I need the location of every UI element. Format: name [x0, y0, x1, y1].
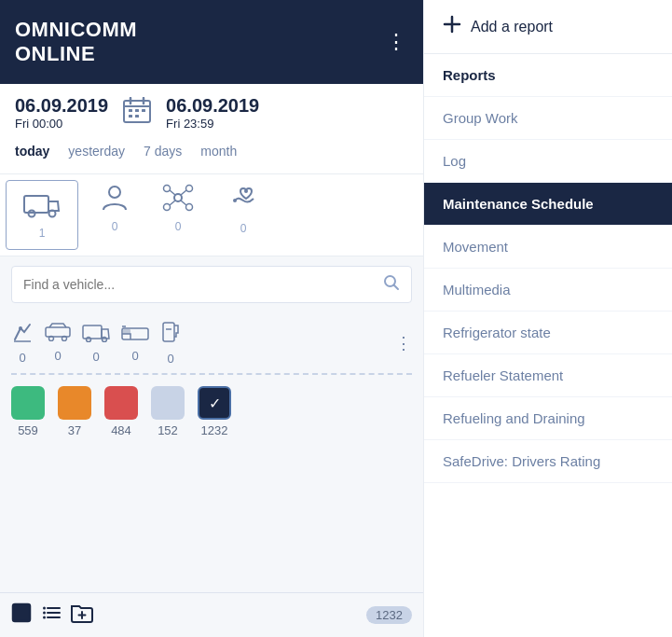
stat-maintenance: 0 — [11, 321, 34, 365]
menu-item-log[interactable]: Log — [424, 140, 672, 183]
tab-network[interactable]: 0 — [145, 174, 211, 256]
svg-point-44 — [43, 612, 46, 615]
menu-item-movement[interactable]: Movement — [424, 226, 672, 269]
period-today[interactable]: today — [15, 144, 49, 159]
svg-point-16 — [164, 204, 171, 211]
add-folder-button[interactable] — [71, 602, 93, 628]
svg-line-18 — [170, 190, 175, 195]
reports-menu-list: Reports Group Work Log Maintenance Sched… — [424, 54, 672, 637]
car-icon — [45, 323, 71, 347]
period-row: today yesterday 7 days month — [15, 138, 408, 168]
header: OMNICOMM ONLINE ⋮ — [0, 0, 423, 84]
menu-item-refrigerator[interactable]: Refrigerator state — [424, 312, 672, 354]
badge-orange-circle — [58, 386, 91, 420]
stat-maintenance-count: 0 — [19, 351, 25, 365]
stat-fuel: 0 — [160, 320, 181, 366]
svg-point-29 — [49, 337, 54, 341]
location-icon — [227, 184, 259, 220]
menu-item-multimedia[interactable]: Multimedia — [424, 269, 672, 312]
rest-icon — [121, 323, 149, 347]
svg-point-30 — [62, 337, 67, 341]
tab-location[interactable]: 0 — [211, 174, 276, 256]
square-view-button[interactable] — [11, 602, 32, 628]
stat-truck-icon — [82, 322, 110, 348]
tab-network-count: 0 — [175, 220, 182, 233]
tab-location-count: 0 — [240, 222, 247, 235]
dashed-divider — [11, 373, 412, 375]
period-month[interactable]: month — [200, 144, 237, 159]
badge-navy-count: 1232 — [201, 423, 228, 437]
svg-rect-39 — [13, 604, 30, 621]
menu-dots-button[interactable]: ⋮ — [386, 30, 408, 54]
menu-item-maintenance[interactable]: Maintenance Schedule — [424, 183, 672, 226]
left-panel: OMNICOMM ONLINE ⋮ 06.09.2019 Fri 00:00 — [0, 0, 423, 637]
badge-navy[interactable]: 1232 — [198, 386, 231, 437]
search-section — [0, 256, 423, 312]
svg-point-13 — [174, 194, 182, 201]
svg-rect-7 — [129, 115, 132, 118]
badge-gray[interactable]: 152 — [151, 386, 185, 437]
search-icon — [383, 274, 400, 295]
menu-item-refueling[interactable]: Refueling and Draining — [424, 397, 672, 440]
svg-point-17 — [186, 204, 193, 211]
svg-point-45 — [43, 616, 46, 619]
logo: OMNICOMM ONLINE — [15, 18, 137, 67]
vehicle-tabs: 1 0 — [0, 173, 423, 256]
stat-rest-count: 0 — [131, 349, 138, 363]
svg-rect-9 — [24, 196, 48, 213]
period-7days[interactable]: 7 days — [144, 144, 182, 159]
add-report-button[interactable]: Add a report — [424, 0, 672, 54]
list-view-button[interactable] — [41, 602, 62, 628]
badge-gray-count: 152 — [158, 423, 178, 437]
badge-green-circle — [11, 386, 45, 420]
badge-red-circle — [104, 386, 138, 420]
badge-navy-circle — [198, 386, 231, 420]
svg-point-15 — [186, 186, 193, 192]
svg-line-21 — [181, 201, 186, 205]
menu-item-reports[interactable]: Reports — [424, 54, 672, 97]
day-start: Fri 00:00 — [15, 117, 108, 131]
svg-point-32 — [87, 338, 91, 342]
svg-rect-8 — [135, 115, 139, 118]
tab-trucks-count: 1 — [39, 227, 46, 240]
badge-green-count: 559 — [18, 423, 38, 437]
person-icon — [101, 184, 129, 218]
badge-gray-circle — [151, 386, 185, 420]
tab-trucks[interactable]: 1 — [6, 180, 78, 250]
search-input[interactable] — [23, 277, 383, 292]
bottom-toolbar: 1232 — [0, 592, 423, 637]
day-end: Fri 23:59 — [166, 117, 259, 131]
svg-point-14 — [164, 186, 171, 192]
tab-people[interactable]: 0 — [84, 174, 145, 256]
network-icon — [162, 184, 194, 218]
svg-line-20 — [170, 201, 175, 205]
svg-point-26 — [19, 326, 22, 330]
svg-point-12 — [109, 187, 120, 198]
period-yesterday[interactable]: yesterday — [68, 144, 125, 159]
add-report-label: Add a report — [471, 19, 553, 35]
stat-car-count: 0 — [54, 349, 61, 363]
date-start: 06.09.2019 — [15, 95, 108, 117]
stat-rest: 0 — [121, 323, 149, 363]
more-options-button[interactable]: ⋮ — [395, 333, 412, 353]
badge-green[interactable]: 559 — [11, 386, 45, 437]
menu-item-safedrive[interactable]: SafeDrive: Drivers Rating — [424, 440, 672, 483]
menu-item-group-work[interactable]: Group Work — [424, 97, 672, 140]
badge-red-count: 484 — [111, 423, 131, 437]
truck-icon — [23, 190, 61, 225]
stat-truck-count: 0 — [92, 350, 99, 364]
svg-point-22 — [244, 189, 248, 193]
calendar-icon[interactable] — [123, 97, 151, 129]
badge-red[interactable]: 484 — [104, 386, 138, 437]
date-end: 06.09.2019 — [166, 95, 259, 117]
right-panel: Add a report Reports Group Work Log Main… — [423, 0, 672, 637]
svg-line-19 — [181, 190, 186, 195]
svg-point-43 — [43, 607, 46, 610]
badges-row: 559 37 484 152 1232 — [0, 379, 423, 445]
svg-rect-37 — [163, 323, 174, 341]
menu-item-refueler[interactable]: Refueler Statement — [424, 354, 672, 397]
tab-people-count: 0 — [112, 220, 118, 233]
date-end-block: 06.09.2019 Fri 23:59 — [166, 95, 259, 131]
badge-orange[interactable]: 37 — [58, 386, 91, 437]
svg-rect-6 — [142, 109, 145, 112]
